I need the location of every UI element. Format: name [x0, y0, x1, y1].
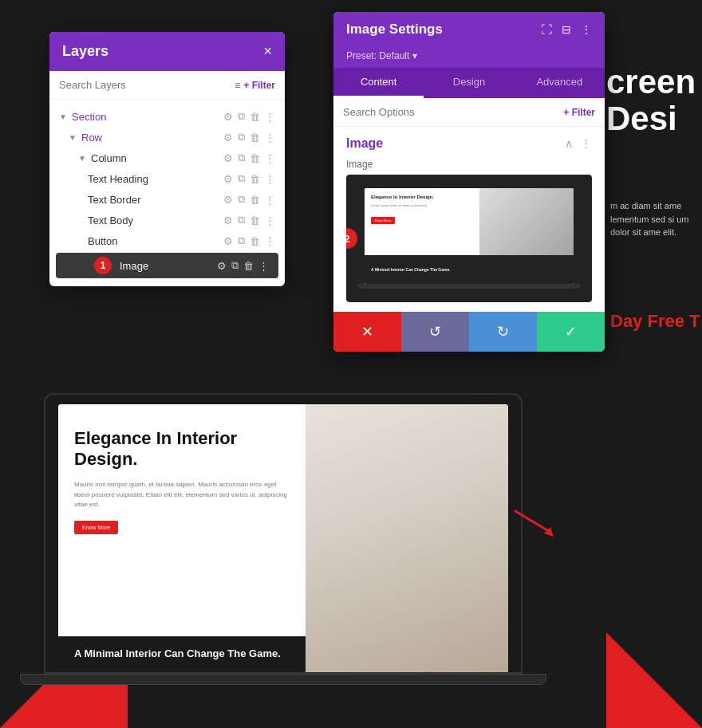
tree-item-section[interactable]: ▼ Section ⚙ ⧉ 🗑 ⋮ [49, 106, 285, 127]
text-heading-label: Text Heading [88, 173, 219, 185]
text-body-delete-icon[interactable]: 🗑 [250, 214, 260, 226]
column-more-icon[interactable]: ⋮ [265, 152, 275, 164]
fullscreen-icon[interactable]: ⛶ [541, 23, 552, 36]
text-border-more-icon[interactable]: ⋮ [265, 194, 275, 206]
button-more-icon[interactable]: ⋮ [265, 235, 275, 247]
image-settings-search-bar: + Filter [333, 98, 605, 127]
row-copy-icon[interactable]: ⧉ [238, 131, 245, 144]
tree-item-text-body[interactable]: Text Body ⚙ ⧉ 🗑 ⋮ [49, 210, 285, 230]
tab-content[interactable]: Content [333, 68, 424, 98]
text-body-more-icon[interactable]: ⋮ [265, 214, 275, 226]
text-border-label: Text Border [88, 194, 219, 206]
image-settings-header: Image Settings ⛶ ⊟ ⋮ [333, 12, 605, 47]
undo-button[interactable]: ↺ [401, 312, 469, 352]
text-heading-gear-icon[interactable]: ⚙ [223, 173, 233, 185]
image-section-icons: ∧ ⋮ [565, 137, 592, 150]
site-main-heading: Elegance In Interior Design. [74, 428, 290, 470]
tree-item-row[interactable]: ▼ Row ⚙ ⧉ 🗑 ⋮ [49, 127, 285, 148]
column-arrow: ▼ [78, 154, 86, 163]
image-settings-panel: Image Settings ⛶ ⊟ ⋮ Preset: Default ▾ C… [333, 12, 605, 352]
section-delete-icon[interactable]: 🗑 [250, 111, 260, 123]
column-label: Column [91, 152, 219, 164]
layers-header: Layers × [49, 32, 285, 71]
right-heading-text: creen Desi [606, 64, 702, 137]
image-settings-title: Image Settings [346, 22, 443, 37]
collapse-icon[interactable]: ∧ [565, 137, 573, 150]
preset-bar: Preset: Default ▾ [333, 47, 605, 68]
image-badge: 1 [94, 257, 112, 274]
section-copy-icon[interactable]: ⧉ [238, 110, 245, 123]
layers-search-input[interactable] [59, 79, 228, 91]
large-laptop-mockup: Elegance In Interior Design. Mauris non … [44, 393, 523, 712]
layers-filter-button[interactable]: ≡ + Filter [235, 80, 275, 91]
image-settings-filter-button[interactable]: + Filter [563, 107, 595, 118]
mini-body: Lorem ipsum dolor sit amet consectetur. [371, 203, 473, 207]
mini-laptop-preview: Elegance In Interior Design. Lorem ipsum… [346, 175, 592, 302]
section-more-icon[interactable]: ⋮ [265, 111, 275, 123]
button-gear-icon[interactable]: ⚙ [223, 235, 233, 247]
tree-item-column[interactable]: ▼ Column ⚙ ⧉ 🗑 ⋮ [49, 148, 285, 168]
column-gear-icon[interactable]: ⚙ [223, 152, 233, 164]
right-promo-text: Day Free T [610, 311, 702, 332]
tree-item-button[interactable]: Button ⚙ ⧉ 🗑 ⋮ [49, 230, 285, 251]
section-label: Section [72, 111, 219, 123]
row-gear-icon[interactable]: ⚙ [223, 132, 233, 144]
more-options-icon[interactable]: ⋮ [581, 23, 592, 36]
button-delete-icon[interactable]: 🗑 [250, 235, 260, 247]
layers-panel: Layers × ≡ + Filter ▼ Section ⚙ ⧉ 🗑 ⋮ ▼ … [49, 32, 285, 286]
text-border-copy-icon[interactable]: ⧉ [238, 193, 245, 206]
text-heading-more-icon[interactable]: ⋮ [265, 173, 275, 185]
site-paragraph: Mauris non tempor quam, et lacinia sapie… [74, 480, 290, 510]
text-border-icons: ⚙ ⧉ 🗑 ⋮ [223, 193, 275, 206]
tree-item-text-heading[interactable]: Text Heading ⚙ ⧉ 🗑 ⋮ [49, 168, 285, 189]
preset-label[interactable]: Preset: Default ▾ [346, 50, 417, 61]
row-label: Row [81, 132, 219, 144]
mini-cta-button: Know More [371, 217, 395, 224]
tree-item-text-border[interactable]: Text Border ⚙ ⧉ 🗑 ⋮ [49, 189, 285, 210]
site-right-panel [306, 404, 508, 672]
image-more-icon[interactable]: ⋮ [258, 260, 269, 272]
section-more-icon[interactable]: ⋮ [581, 137, 592, 150]
tree-item-image[interactable]: 1 Image ⚙ ⧉ 🗑 ⋮ [56, 253, 278, 278]
right-body-text: m ac diam sit ame lementum sed si um dol… [610, 199, 702, 239]
image-label: Image [120, 260, 212, 272]
image-gear-icon[interactable]: ⚙ [217, 260, 227, 272]
red-arrow [503, 505, 566, 537]
save-button[interactable]: ✓ [537, 312, 605, 352]
text-border-gear-icon[interactable]: ⚙ [223, 194, 233, 206]
tab-advanced[interactable]: Advanced [515, 68, 605, 98]
column-copy-icon[interactable]: ⧉ [238, 152, 245, 164]
image-settings-body: Image ∧ ⋮ Image 2 Elegance In Interior D… [333, 127, 605, 312]
text-border-delete-icon[interactable]: 🗑 [250, 194, 260, 206]
section-gear-icon[interactable]: ⚙ [223, 111, 233, 123]
image-section-header: Image ∧ ⋮ [346, 136, 592, 151]
layers-search-bar: ≡ + Filter [49, 71, 285, 100]
cancel-button[interactable]: ✕ [333, 312, 401, 352]
column-delete-icon[interactable]: 🗑 [250, 152, 260, 164]
laptop-screen-outer: Elegance In Interior Design. Mauris non … [44, 393, 523, 674]
text-heading-copy-icon[interactable]: ⧉ [238, 172, 245, 185]
bg-triangle-right [606, 632, 702, 728]
text-body-gear-icon[interactable]: ⚙ [223, 214, 233, 226]
image-settings-search-input[interactable] [343, 106, 557, 118]
row-arrow: ▼ [69, 133, 77, 142]
image-section-title: Image [346, 136, 383, 151]
layers-panel-title: Layers [62, 43, 108, 60]
row-more-icon[interactable]: ⋮ [265, 132, 275, 144]
mini-bottom-section: A Minimal Interior Can Change The Game. [365, 255, 574, 284]
columns-icon[interactable]: ⊟ [562, 23, 571, 36]
text-body-copy-icon[interactable]: ⧉ [238, 214, 245, 226]
filter-icon: ≡ [235, 80, 240, 91]
text-heading-delete-icon[interactable]: 🗑 [250, 173, 260, 185]
site-right-background [306, 404, 508, 672]
tab-design[interactable]: Design [424, 68, 514, 98]
button-copy-icon[interactable]: ⧉ [238, 234, 245, 247]
image-copy-icon[interactable]: ⧉ [231, 259, 239, 272]
layers-close-button[interactable]: × [263, 43, 272, 60]
row-delete-icon[interactable]: 🗑 [250, 132, 260, 144]
site-bottom-overlay: A Minimal Interior Can Change The Game. [58, 636, 306, 672]
laptop-base [20, 674, 546, 685]
image-preview[interactable]: 2 Elegance In Interior Design. Lorem ips… [346, 175, 592, 302]
image-delete-icon[interactable]: 🗑 [243, 260, 254, 272]
redo-button[interactable]: ↻ [469, 312, 537, 352]
